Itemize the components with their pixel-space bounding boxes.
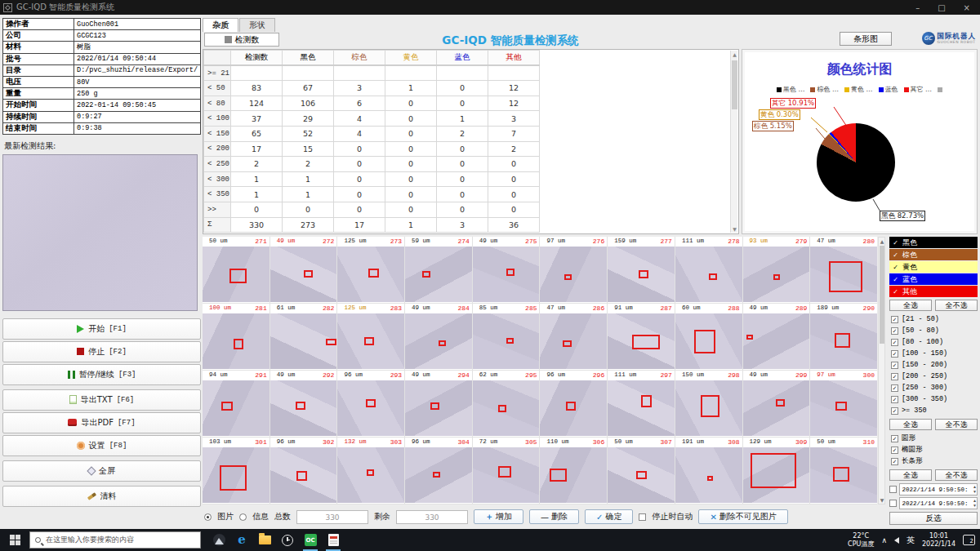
delete-invisible-button[interactable]: ✕ 删除不可见图片 [698,509,787,524]
play-button[interactable]: 开始[F1] [2,318,201,340]
confirm-button[interactable]: ✓ 确定 [585,509,633,524]
defect-thumbnail[interactable]: 103 um301 [203,438,270,504]
spinner-icon[interactable]: ▲▼ [973,499,976,509]
taskbar-edge-icon[interactable]: e [230,529,253,551]
gear-button[interactable]: 设置[F8] [2,435,201,456]
defect-thumbnail[interactable]: 132 um303 [337,438,404,504]
defect-thumbnail[interactable]: 47 um286 [540,304,607,370]
size-filter-item[interactable]: [80 - 100) [889,336,978,348]
close-button[interactable]: × [964,3,970,12]
size-filter-item[interactable]: [300 - 350) [889,393,978,405]
datetime-input[interactable]: 2022/1/14 9:50:50:▲▼ [899,483,978,495]
cpu-temp-indicator[interactable]: 22°CCPU温度 [848,532,874,549]
defect-thumbnail[interactable]: 96 um302 [270,438,337,504]
shape-filter-item[interactable]: 长条形 [889,455,978,467]
defect-thumbnail[interactable]: 49 um299 [743,371,810,437]
auto-on-stop-checkbox[interactable] [639,513,646,521]
checkbox-unchecked-icon[interactable] [889,486,897,493]
defect-thumbnail[interactable]: 61 um282 [270,304,337,370]
defect-thumbnail[interactable]: 125 um283 [337,304,404,370]
defect-thumbnail[interactable]: 49 um284 [405,304,472,370]
color-filter-黄色[interactable]: 黄色 [889,261,978,273]
info-radio[interactable] [239,513,247,521]
size-filter-item[interactable]: [250 - 300) [889,382,978,393]
defect-thumbnail[interactable]: 191 um308 [675,438,742,504]
tab-impurity[interactable]: 杂质 [203,18,238,32]
select-all-button[interactable]: 全选 [889,300,932,311]
defect-thumbnail[interactable]: 60 um288 [675,304,742,370]
datetime-input[interactable]: 2022/1/14 9:50:50:▲▼ [899,497,978,509]
language-indicator[interactable]: 英 [906,535,915,546]
defect-thumbnail[interactable]: 111 um297 [608,371,675,437]
total-input[interactable]: 330 [296,510,368,524]
select-none-button[interactable]: 全不选 [935,300,978,311]
taskbar-oc-app-icon[interactable]: OC [299,529,322,551]
select-all-button[interactable]: 全选 [889,419,932,430]
defect-thumbnail[interactable]: 111 um278 [675,237,742,303]
defect-thumbnail[interactable]: 93 um279 [743,237,810,303]
add-button[interactable]: ＋ 增加 [474,509,523,524]
shape-filter-item[interactable]: 圆形 [889,433,978,444]
taskbar-photos-icon[interactable] [207,529,230,551]
invert-selection-button[interactable]: 反选 [889,512,978,525]
notification-icon[interactable]: 2 [963,535,975,545]
defect-thumbnail[interactable]: 97 um300 [810,371,877,437]
defect-thumbnail[interactable]: 150 um298 [675,371,742,437]
start-button[interactable] [0,529,29,551]
defect-thumbnail[interactable]: 49 um289 [743,304,810,370]
pdf-button[interactable]: 导出PDF[F7] [2,412,201,433]
defect-thumbnail[interactable]: 49 um275 [473,237,540,303]
size-filter-item[interactable]: [200 - 250) [889,371,978,382]
defect-thumbnail[interactable]: 100 um281 [203,304,270,370]
size-filter-item[interactable]: [21 - 50) [889,313,978,325]
defect-thumbnail[interactable]: 59 um274 [405,237,472,303]
select-none-button[interactable]: 全不选 [935,469,978,481]
defect-thumbnail[interactable]: 50 um271 [203,237,270,303]
color-filter-蓝色[interactable]: 蓝色 [889,273,978,285]
taskbar-clock-icon[interactable] [276,529,299,551]
grid-scrollbar[interactable]: ▲ ▼ [878,237,885,504]
scroll-up-icon[interactable]: ▲ [879,238,885,245]
clean-button[interactable]: 清料 [2,486,201,507]
defect-thumbnail[interactable]: 49 um292 [270,371,337,437]
defect-thumbnail[interactable]: 91 um287 [608,304,675,370]
maximize-button[interactable]: □ [938,3,945,12]
minimize-button[interactable]: – [915,3,920,12]
defect-thumbnail[interactable]: 50 um310 [810,438,877,504]
defect-thumbnail[interactable]: 97 um276 [540,237,607,303]
pause-button[interactable]: 暂停/继续[F3] [2,364,201,385]
defect-thumbnail[interactable]: 94 um291 [203,371,270,437]
defect-thumbnail[interactable]: 49 um294 [405,371,472,437]
color-filter-棕色[interactable]: 棕色 [889,249,978,260]
shape-filter-item[interactable]: 椭圆形 [889,444,978,455]
taskbar-pdf-app-icon[interactable] [322,529,345,551]
remaining-input[interactable]: 330 [396,510,468,524]
taskbar-explorer-icon[interactable] [253,529,276,551]
defect-thumbnail[interactable]: 125 um273 [337,237,404,303]
scroll-down-icon[interactable]: ▼ [731,225,738,233]
volume-icon[interactable] [894,537,899,544]
defect-thumbnail[interactable]: 62 um295 [473,371,540,437]
table-scrollbar[interactable]: ▲ ▼ [730,51,737,233]
defect-thumbnail[interactable]: 49 um272 [270,237,337,303]
defect-thumbnail[interactable]: 85 um285 [473,304,540,370]
scroll-down-icon[interactable]: ▼ [879,496,885,504]
select-all-button[interactable]: 全选 [889,469,932,481]
full-button[interactable]: 全屏 [2,460,201,482]
size-filter-item[interactable]: [100 - 150) [889,348,978,359]
checkbox-unchecked-icon[interactable] [889,500,897,507]
scroll-up-icon[interactable]: ▲ [731,51,738,58]
defect-thumbnail[interactable]: 96 um296 [540,371,607,437]
stop-button[interactable]: 停止[F2] [2,341,201,362]
tab-shape[interactable]: 形状 [239,18,275,32]
size-filter-item[interactable]: [50 - 80) [889,325,978,336]
tray-chevron-icon[interactable]: ∧ [881,536,887,544]
defect-thumbnail[interactable]: 96 um293 [337,371,404,437]
defect-thumbnail[interactable]: 129 um309 [743,438,810,504]
txt-button[interactable]: 导出TXT[F6] [2,389,201,411]
defect-thumbnail[interactable]: 50 um307 [608,438,675,504]
color-filter-其他[interactable]: 其他 [889,286,978,297]
size-filter-item[interactable]: >= 350 [889,405,978,416]
clock-datetime[interactable]: 10:012022/1/14 [922,532,956,549]
color-filter-黑色[interactable]: 黑色 [889,237,978,248]
